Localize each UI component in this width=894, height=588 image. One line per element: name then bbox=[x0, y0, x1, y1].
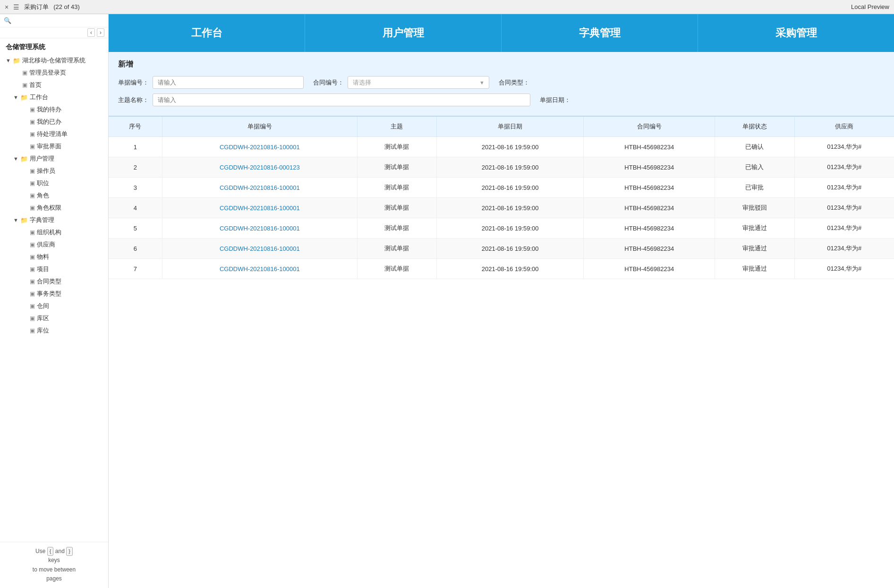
sidebar-item-root[interactable]: ▼📁湖北移动-仓储管理系统 bbox=[0, 54, 108, 67]
doc-no-label: 单据编号： bbox=[118, 78, 149, 87]
status-cell: 已输入 bbox=[715, 157, 794, 178]
sidebar-search-bar: 🔍 bbox=[0, 14, 108, 27]
theme-cell: 测试单据 bbox=[357, 259, 436, 279]
doc-no-cell[interactable]: CGDDWH-20210816-100001 bbox=[162, 218, 357, 239]
hint-pages-text: pages bbox=[46, 575, 62, 582]
doc-no-cell[interactable]: CGDDWH-20210816-100001 bbox=[162, 178, 357, 198]
seq-cell: 3 bbox=[109, 178, 162, 198]
table-column-header: 主题 bbox=[357, 117, 436, 137]
sidebar-item-role[interactable]: ▣角色 bbox=[0, 189, 108, 202]
sidebar-item-contracttype[interactable]: ▣合同类型 bbox=[0, 275, 108, 288]
status-cell: 审批通过 bbox=[715, 259, 794, 279]
sidebar-item-roleperm[interactable]: ▣角色权限 bbox=[0, 202, 108, 214]
sidebar-item-dictmgmt[interactable]: ▼📁字典管理 bbox=[0, 214, 108, 226]
sidebar-item-label: 管理员登录页 bbox=[29, 68, 66, 77]
theme-label: 主题名称： bbox=[118, 96, 149, 104]
sidebar-item-label: 组织机构 bbox=[37, 228, 61, 237]
doc-no-cell[interactable]: CGDDWH-20210816-000123 bbox=[162, 157, 357, 178]
supplier-cell: 01234,华为# bbox=[794, 239, 894, 259]
sidebar-item-label: 操作员 bbox=[37, 167, 55, 175]
status-cell: 审批通过 bbox=[715, 239, 794, 259]
sidebar-item-org[interactable]: ▣组织机构 bbox=[0, 226, 108, 239]
sidebar: 🔍 ‹ › 仓储管理系统 ▼📁湖北移动-仓储管理系统▣管理员登录页▣首页▼📁工作… bbox=[0, 14, 109, 588]
folder-icon: 📁 bbox=[20, 155, 28, 162]
sidebar-item-label: 工作台 bbox=[30, 93, 48, 102]
seq-cell: 6 bbox=[109, 239, 162, 259]
contract-no-cell: HTBH-456982234 bbox=[584, 157, 715, 178]
sidebar-item-warehouse[interactable]: ▣仓间 bbox=[0, 300, 108, 312]
close-icon[interactable]: × bbox=[5, 3, 9, 11]
table-row: 6CGDDWH-20210816-100001测试单据2021-08-16 19… bbox=[109, 239, 894, 259]
status-cell: 已审批 bbox=[715, 178, 794, 198]
search-input[interactable] bbox=[13, 17, 104, 24]
sidebar-item-label: 角色 bbox=[37, 191, 49, 200]
nav-bar: 工作台用户管理字典管理采购管理 bbox=[109, 14, 894, 52]
sidebar-item-approve[interactable]: ▣审批界面 bbox=[0, 140, 108, 153]
sidebar-item-label: 首页 bbox=[29, 81, 42, 89]
doc-icon: ▣ bbox=[22, 69, 27, 76]
doc-icon: ▣ bbox=[30, 327, 35, 334]
sidebar-item-zone[interactable]: ▣库区 bbox=[0, 312, 108, 324]
table-row: 7CGDDWH-20210816-100001测试单据2021-08-16 19… bbox=[109, 259, 894, 279]
theme-input[interactable] bbox=[153, 94, 530, 106]
doc-icon: ▣ bbox=[30, 266, 35, 273]
theme-cell: 测试单据 bbox=[357, 239, 436, 259]
doc-icon: ▣ bbox=[30, 254, 35, 260]
table-column-header: 序号 bbox=[109, 117, 162, 137]
doc-date-cell: 2021-08-16 19:59:00 bbox=[437, 259, 584, 279]
contract-no-select[interactable]: 请选择 bbox=[348, 76, 489, 89]
sidebar-item-project[interactable]: ▣项目 bbox=[0, 263, 108, 275]
theme-cell: 测试单据 bbox=[357, 178, 436, 198]
search-icon: 🔍 bbox=[4, 17, 11, 24]
seq-cell: 4 bbox=[109, 198, 162, 218]
table-section: 序号单据编号主题单据日期合同编号单据状态供应商 1CGDDWH-20210816… bbox=[109, 117, 894, 588]
local-preview-label: Local Preview bbox=[851, 3, 889, 10]
sidebar-item-admin[interactable]: ▣管理员登录页 bbox=[0, 67, 108, 79]
table-header: 序号单据编号主题单据日期合同编号单据状态供应商 bbox=[109, 117, 894, 137]
sidebar-item-workbench[interactable]: ▼📁工作台 bbox=[0, 91, 108, 103]
doc-no-cell[interactable]: CGDDWH-20210816-100001 bbox=[162, 198, 357, 218]
supplier-cell: 01234,华为# bbox=[794, 198, 894, 218]
sidebar-item-usermgmt[interactable]: ▼📁用户管理 bbox=[0, 153, 108, 165]
theme-cell: 测试单据 bbox=[357, 198, 436, 218]
sidebar-item-location[interactable]: ▣库位 bbox=[0, 324, 108, 337]
doc-no-cell[interactable]: CGDDWH-20210816-100001 bbox=[162, 137, 357, 157]
nav-item-purchasemgmt[interactable]: 采购管理 bbox=[698, 14, 894, 52]
doc-date-field: 单据日期： bbox=[540, 96, 570, 104]
nav-item-workbench[interactable]: 工作台 bbox=[109, 14, 305, 52]
table-row: 4CGDDWH-20210816-100001测试单据2021-08-16 19… bbox=[109, 198, 894, 218]
sidebar-item-supplier[interactable]: ▣供应商 bbox=[0, 239, 108, 251]
contract-type-field: 合同类型： bbox=[499, 78, 529, 87]
sidebar-item-biztype[interactable]: ▣事务类型 bbox=[0, 288, 108, 300]
sidebar-item-label: 待处理清单 bbox=[37, 130, 68, 138]
doc-no-input[interactable] bbox=[153, 76, 304, 89]
hint-keys-text: keys bbox=[48, 557, 60, 563]
nav-item-usermgmt[interactable]: 用户管理 bbox=[305, 14, 502, 52]
sidebar-item-position[interactable]: ▣职位 bbox=[0, 177, 108, 189]
sidebar-item-mytodo[interactable]: ▣我的待办 bbox=[0, 103, 108, 116]
doc-date-cell: 2021-08-16 19:59:00 bbox=[437, 178, 584, 198]
folder-icon: 📁 bbox=[13, 57, 20, 64]
seq-cell: 7 bbox=[109, 259, 162, 279]
theme-cell: 测试单据 bbox=[357, 157, 436, 178]
sidebar-item-material[interactable]: ▣物料 bbox=[0, 251, 108, 263]
doc-date-cell: 2021-08-16 19:59:00 bbox=[437, 198, 584, 218]
sidebar-item-mydone[interactable]: ▣我的已办 bbox=[0, 116, 108, 128]
table-row: 3CGDDWH-20210816-100001测试单据2021-08-16 19… bbox=[109, 178, 894, 198]
sidebar-item-label: 用户管理 bbox=[30, 154, 54, 163]
nav-back-button[interactable]: ‹ bbox=[87, 28, 95, 37]
theme-cell: 测试单据 bbox=[357, 218, 436, 239]
nav-forward-button[interactable]: › bbox=[97, 28, 104, 37]
doc-icon: ▣ bbox=[30, 229, 35, 236]
sidebar-item-pending[interactable]: ▣待处理清单 bbox=[0, 128, 108, 140]
toggle-icon: ▼ bbox=[13, 94, 18, 100]
doc-no-cell[interactable]: CGDDWH-20210816-100001 bbox=[162, 239, 357, 259]
sidebar-item-label: 角色权限 bbox=[37, 204, 61, 212]
table-row: 5CGDDWH-20210816-100001测试单据2021-08-16 19… bbox=[109, 218, 894, 239]
doc-no-cell[interactable]: CGDDWH-20210816-100001 bbox=[162, 259, 357, 279]
nav-item-dictmgmt[interactable]: 字典管理 bbox=[502, 14, 698, 52]
sidebar-item-label: 湖北移动-仓储管理系统 bbox=[22, 56, 85, 65]
sidebar-item-label: 库位 bbox=[37, 326, 49, 335]
sidebar-item-home[interactable]: ▣首页 bbox=[0, 79, 108, 91]
sidebar-item-operator[interactable]: ▣操作员 bbox=[0, 165, 108, 177]
